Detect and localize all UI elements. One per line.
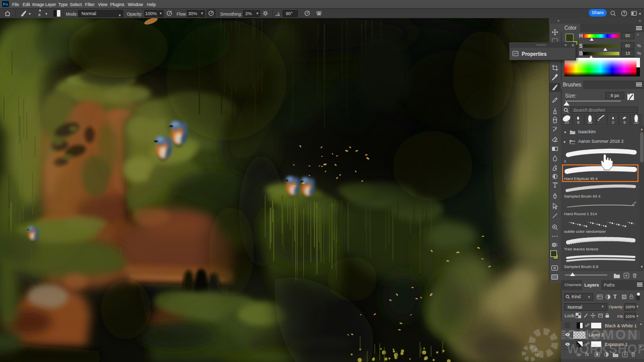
svg-text:THE: THE <box>561 329 566 339</box>
svg-text:WORKSHOP: WORKSHOP <box>567 342 644 356</box>
svg-text:GNOMON: GNOMON <box>567 327 639 342</box>
